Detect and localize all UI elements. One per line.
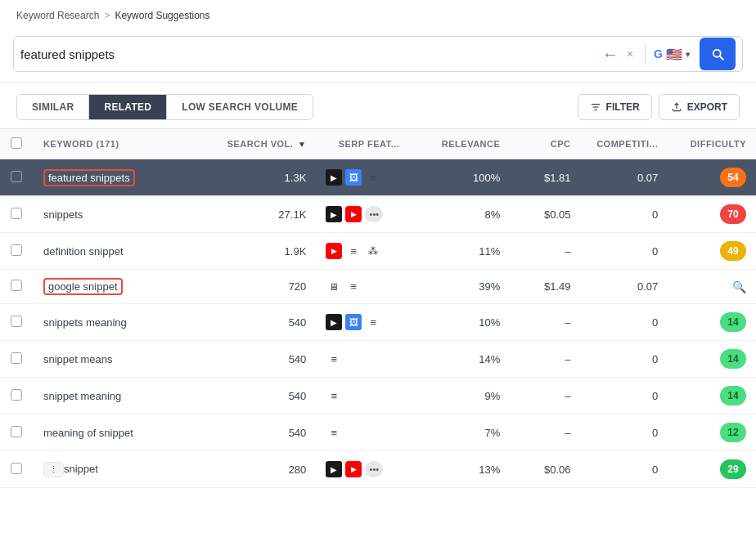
breadcrumb-root[interactable]: Keyword Research xyxy=(16,10,99,21)
filter-button[interactable]: FILTER xyxy=(578,94,652,120)
toolbar: SIMILAR RELATED LOW SEARCH VOLUME FILTER… xyxy=(0,83,756,128)
serp-cell: ≡ xyxy=(316,341,421,378)
keyword-text: definition snippet xyxy=(43,245,124,258)
th-keyword[interactable]: KEYWORD (171) xyxy=(34,129,209,159)
row-checkbox[interactable] xyxy=(11,463,22,474)
volume-cell: 1.3K xyxy=(209,159,316,196)
competition-cell: 0.07 xyxy=(581,270,668,304)
row-more-button[interactable]: ⋮ xyxy=(43,462,64,477)
volume-cell: 540 xyxy=(209,378,316,414)
competition-cell: 0 xyxy=(581,304,668,341)
action-group: FILTER EXPORT xyxy=(578,94,740,120)
row-checkbox[interactable] xyxy=(11,426,22,437)
google-g-icon: G xyxy=(654,47,663,60)
serp-icons: ▶🖼≡ xyxy=(326,314,412,330)
cpc-cell: $1.49 xyxy=(510,270,580,304)
th-competition[interactable]: COMPETITI... xyxy=(581,129,668,159)
keyword-cell[interactable]: snippets meaning xyxy=(34,304,209,341)
export-button[interactable]: EXPORT xyxy=(659,94,740,120)
select-all-checkbox[interactable] xyxy=(11,137,22,149)
keyword-cell[interactable]: google snippet xyxy=(34,270,209,304)
volume-cell: 540 xyxy=(209,341,316,378)
th-relevance[interactable]: RELEVANCE xyxy=(422,129,511,159)
difficulty-badge: 70 xyxy=(720,204,746,224)
row-checkbox[interactable] xyxy=(11,280,22,291)
keyword-text: snippet xyxy=(64,463,98,475)
serp-cell: ▶▶••• xyxy=(316,451,421,488)
relevance-cell: 14% xyxy=(422,341,511,378)
row-checkbox-cell[interactable] xyxy=(0,233,34,270)
difficulty-cell: 14 xyxy=(668,304,756,341)
keyword-cell[interactable]: snippet means xyxy=(34,341,209,378)
search-clear-button[interactable]: × xyxy=(623,46,637,62)
difficulty-badge: 14 xyxy=(720,312,746,332)
tab-low-search-volume[interactable]: LOW SEARCH VOLUME xyxy=(167,95,313,119)
competition-cell: 0 xyxy=(581,341,668,378)
competition-cell: 0 xyxy=(581,378,668,414)
breadcrumb: Keyword Research > Keyword Suggestions xyxy=(0,0,756,29)
search-icon xyxy=(710,47,725,61)
keyword-cell[interactable]: meaning of snippet xyxy=(34,414,209,451)
keyword-table: KEYWORD (171) SEARCH VOL. ▼ SERP FEAT...… xyxy=(0,128,756,488)
export-icon xyxy=(671,101,682,113)
th-serp-features[interactable]: SERP FEAT... xyxy=(316,129,421,159)
tab-related[interactable]: RELATED xyxy=(89,95,167,119)
row-checkbox-cell[interactable] xyxy=(0,378,34,414)
breadcrumb-current: Keyword Suggestions xyxy=(115,10,209,21)
competition-cell: 0.07 xyxy=(581,159,668,196)
serp-cell: ≡ xyxy=(316,414,421,451)
th-difficulty[interactable]: DIFFICULTY xyxy=(668,129,756,159)
row-checkbox[interactable] xyxy=(11,244,22,256)
difficulty-cell: 14 xyxy=(668,341,756,378)
search-input[interactable] xyxy=(20,47,597,61)
sort-arrow-icon: ▼ xyxy=(298,140,306,149)
th-cpc[interactable]: CPC xyxy=(510,129,580,159)
tab-similar[interactable]: SIMILAR xyxy=(17,95,89,119)
row-checkbox-cell[interactable] xyxy=(0,451,34,488)
search-divider xyxy=(645,44,646,64)
competition-cell: 0 xyxy=(581,196,668,233)
th-search-volume[interactable]: SEARCH VOL. ▼ xyxy=(209,129,316,159)
relevance-cell: 9% xyxy=(422,378,511,414)
serp-cell: ▶≡⁂ xyxy=(316,233,421,270)
table-row: featured snippets 1.3K ▶🖼≡ 100% $1.81 0.… xyxy=(0,159,756,196)
volume-cell: 27.1K xyxy=(209,196,316,233)
table-body: featured snippets 1.3K ▶🖼≡ 100% $1.81 0.… xyxy=(0,159,756,488)
difficulty-search-icon: 🔍 xyxy=(732,280,746,293)
serp-icons: ≡ xyxy=(326,351,412,367)
row-checkbox[interactable] xyxy=(11,352,22,364)
row-checkbox[interactable] xyxy=(11,389,22,401)
row-checkbox-cell[interactable] xyxy=(0,159,34,196)
serp-cell: 🖥≡ xyxy=(316,270,421,304)
keyword-cell[interactable]: definition snippet xyxy=(34,233,209,270)
keyword-text: meaning of snippet xyxy=(43,427,133,439)
search-button[interactable] xyxy=(700,38,736,70)
row-checkbox-cell[interactable] xyxy=(0,414,34,451)
row-checkbox-cell[interactable] xyxy=(0,196,34,233)
tab-group: SIMILAR RELATED LOW SEARCH VOLUME xyxy=(16,94,313,120)
relevance-cell: 10% xyxy=(422,304,511,341)
keyword-cell[interactable]: ⋮snippet xyxy=(34,451,209,488)
search-engine-selector[interactable]: G 🇺🇸 ▾ xyxy=(654,47,690,62)
row-checkbox-cell[interactable] xyxy=(0,341,34,378)
cpc-cell: – xyxy=(510,378,580,414)
row-checkbox[interactable] xyxy=(11,316,22,327)
th-select-all[interactable] xyxy=(0,129,34,159)
serp-icons: ≡ xyxy=(326,424,412,441)
row-checkbox-cell[interactable] xyxy=(0,270,34,304)
volume-cell: 720 xyxy=(209,270,316,304)
breadcrumb-separator: > xyxy=(104,10,110,21)
row-checkbox-cell[interactable] xyxy=(0,304,34,341)
keyword-cell[interactable]: snippet meaning xyxy=(34,378,209,414)
relevance-cell: 100% xyxy=(422,159,511,196)
row-checkbox[interactable] xyxy=(11,171,22,182)
keyword-cell[interactable]: snippets xyxy=(34,196,209,233)
keyword-cell[interactable]: featured snippets xyxy=(34,159,209,196)
serp-cell: ▶▶••• xyxy=(316,196,421,233)
table-row: ⋮snippet 280 ▶▶••• 13% $0.06 0 29 xyxy=(0,451,756,488)
relevance-cell: 39% xyxy=(422,270,511,304)
serp-icons: ▶▶••• xyxy=(326,461,412,477)
difficulty-badge: 29 xyxy=(720,459,746,479)
row-checkbox[interactable] xyxy=(11,208,22,219)
keyword-table-container: KEYWORD (171) SEARCH VOL. ▼ SERP FEAT...… xyxy=(0,128,756,488)
